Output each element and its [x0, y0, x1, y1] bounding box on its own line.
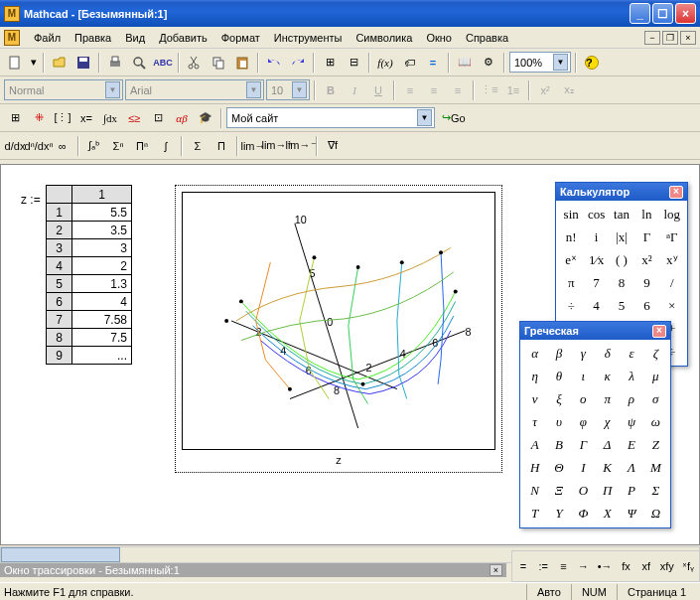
- calc-key[interactable]: ( ): [610, 249, 633, 271]
- greek-key[interactable]: α: [523, 343, 546, 365]
- bullets-button[interactable]: ⋮≡: [479, 79, 500, 101]
- greek-key[interactable]: ξ: [547, 388, 570, 410]
- calc-button[interactable]: =: [422, 52, 444, 74]
- menu-help[interactable]: Справка: [460, 30, 514, 46]
- paste-button[interactable]: [231, 52, 253, 74]
- greek-key[interactable]: ι: [572, 366, 595, 387]
- palette-header[interactable]: Калькулятор ×: [556, 183, 687, 201]
- boolean-palette-button[interactable]: ≤≥: [123, 107, 145, 129]
- menu-symbolics[interactable]: Символика: [350, 30, 418, 46]
- menu-insert[interactable]: Добавить: [153, 30, 213, 46]
- maximize-button[interactable]: ☐: [652, 3, 673, 24]
- greek-key[interactable]: Π: [596, 480, 619, 502]
- scrollbar-thumb[interactable]: [1, 547, 120, 562]
- infinity-button[interactable]: ∞: [52, 135, 73, 157]
- align-center-button[interactable]: ≡: [423, 79, 445, 101]
- menu-tools[interactable]: Инструменты: [268, 30, 349, 46]
- symbolic-palette-button[interactable]: 🎓: [195, 107, 216, 129]
- calc-key[interactable]: /: [660, 272, 684, 294]
- summation-button[interactable]: Σ: [187, 135, 209, 157]
- calc-key[interactable]: 9: [634, 272, 658, 294]
- eval-equals-button[interactable]: =: [516, 555, 530, 577]
- greek-key[interactable]: Φ: [572, 503, 595, 525]
- calc-key[interactable]: 4: [584, 295, 608, 317]
- calc-key[interactable]: xʸ: [660, 249, 684, 271]
- surface-plot[interactable]: 10 5 0 8 6 4 2 2 4 6 8: [175, 185, 502, 473]
- print-button[interactable]: [104, 52, 126, 74]
- new-dropdown[interactable]: ▾: [28, 52, 39, 74]
- menu-window[interactable]: Окно: [420, 30, 458, 46]
- greek-key[interactable]: Τ: [523, 503, 546, 525]
- copy-button[interactable]: [208, 52, 229, 74]
- palette-header[interactable]: Греческая ×: [520, 322, 670, 340]
- trace-window[interactable]: Окно трассировки - Безымянный:1×: [0, 563, 506, 582]
- calc-key[interactable]: ⁿΓ: [660, 226, 684, 248]
- calc-key[interactable]: 1⁄x: [584, 249, 608, 271]
- calc-key[interactable]: log: [660, 204, 684, 225]
- menu-edit[interactable]: Правка: [69, 30, 117, 46]
- greek-key[interactable]: Σ: [644, 480, 667, 502]
- calc-key[interactable]: sin: [559, 204, 583, 225]
- help-button[interactable]: ?: [581, 52, 603, 74]
- nth-derivative-button[interactable]: dⁿ/dxⁿ: [28, 135, 50, 157]
- preview-button[interactable]: [128, 52, 150, 74]
- bold-button[interactable]: B: [320, 79, 342, 101]
- greek-key[interactable]: θ: [547, 366, 570, 387]
- menu-view[interactable]: Вид: [119, 30, 151, 46]
- calculator-palette-button[interactable]: ⊞: [4, 107, 26, 129]
- derivative-button[interactable]: d/dx: [4, 135, 26, 157]
- greek-key[interactable]: π: [596, 388, 619, 410]
- product-button[interactable]: Π: [210, 135, 232, 157]
- greek-key[interactable]: Γ: [572, 434, 595, 456]
- greek-key[interactable]: γ: [572, 343, 595, 365]
- calc-key[interactable]: n!: [559, 226, 583, 248]
- greek-key[interactable]: ψ: [620, 411, 642, 433]
- greek-key[interactable]: Δ: [596, 434, 619, 456]
- undo-button[interactable]: [263, 52, 285, 74]
- greek-key[interactable]: φ: [572, 411, 595, 433]
- calc-key[interactable]: 5: [610, 295, 633, 317]
- greek-key[interactable]: Μ: [644, 457, 667, 479]
- palette-close-button[interactable]: ×: [652, 325, 666, 338]
- style-combo[interactable]: Normal▼: [4, 79, 123, 100]
- calc-key[interactable]: x²: [634, 249, 658, 271]
- save-button[interactable]: [72, 52, 94, 74]
- greek-key[interactable]: Α: [523, 434, 546, 456]
- vector-palette-button[interactable]: [⋮]: [52, 107, 73, 129]
- italic-button[interactable]: I: [344, 79, 365, 101]
- product-n-button[interactable]: Πⁿ: [131, 135, 153, 157]
- indefinite-integral-button[interactable]: ∫: [155, 135, 177, 157]
- greek-key[interactable]: Ο: [572, 480, 595, 502]
- align-right-button[interactable]: ≡: [447, 79, 469, 101]
- greek-key[interactable]: Β: [547, 434, 570, 456]
- greek-key[interactable]: Ψ: [620, 503, 642, 525]
- component-button[interactable]: ⚙: [478, 52, 499, 74]
- calc-key[interactable]: ÷: [559, 295, 583, 317]
- subscript-button[interactable]: x₂: [558, 79, 580, 101]
- greek-key[interactable]: Ε: [620, 434, 642, 456]
- greek-key[interactable]: ε: [620, 343, 642, 365]
- calc-key[interactable]: π: [559, 272, 583, 294]
- cut-button[interactable]: [184, 52, 206, 74]
- greek-key[interactable]: Κ: [596, 457, 619, 479]
- greek-key[interactable]: Χ: [596, 503, 619, 525]
- greek-key[interactable]: β: [547, 343, 570, 365]
- calc-key[interactable]: 8: [610, 272, 633, 294]
- greek-palette-button[interactable]: αβ: [171, 107, 193, 129]
- fx-button[interactable]: f(x): [374, 52, 396, 74]
- calc-key[interactable]: Γ: [634, 226, 658, 248]
- palette-close-button[interactable]: ×: [669, 186, 683, 199]
- gradient-button[interactable]: ∇f: [322, 135, 344, 157]
- trace-close-button[interactable]: ×: [490, 564, 502, 576]
- limit-left-button[interactable]: lim→⁻: [290, 135, 312, 157]
- doc-close-button[interactable]: ×: [680, 31, 696, 45]
- programming-palette-button[interactable]: ⊡: [147, 107, 169, 129]
- greek-key[interactable]: ω: [644, 411, 667, 433]
- eval-palette-button[interactable]: x=: [75, 107, 97, 129]
- greek-key[interactable]: ν: [523, 388, 546, 410]
- doc-restore-button[interactable]: ❐: [662, 31, 678, 45]
- greek-key[interactable]: Ξ: [547, 480, 570, 502]
- eval-xfy2-button[interactable]: ˣfᵧ: [681, 555, 695, 577]
- greek-key[interactable]: Λ: [620, 457, 642, 479]
- align-button[interactable]: ⊞: [319, 52, 341, 74]
